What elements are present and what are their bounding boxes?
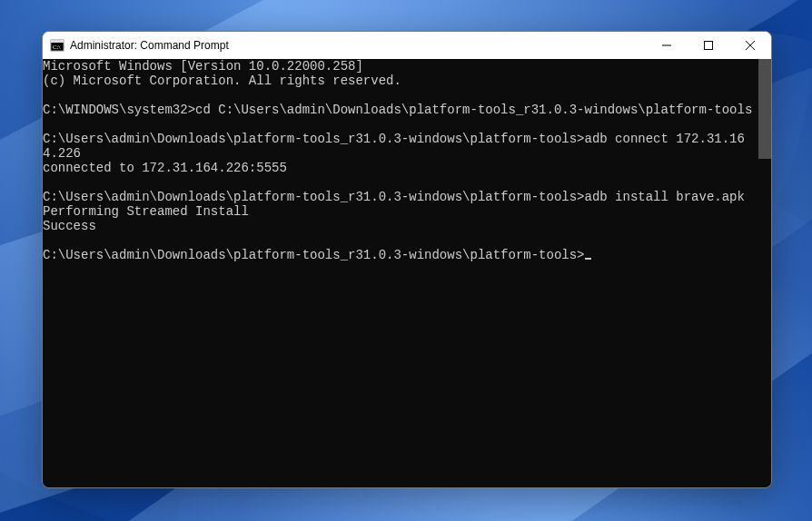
minimize-button[interactable]	[646, 32, 688, 59]
terminal-line: connected to 172.31.164.226:5555	[43, 161, 758, 175]
terminal-line: Performing Streamed Install	[43, 204, 758, 219]
window-controls	[646, 32, 771, 59]
terminal-line: (c) Microsoft Corporation. All rights re…	[43, 74, 758, 88]
terminal-line: C:\Users\admin\Downloads\platform-tools_…	[43, 190, 758, 204]
terminal-line	[43, 88, 758, 103]
close-button[interactable]	[729, 32, 771, 59]
titlebar[interactable]: C:\ Administrator: Command Prompt	[43, 32, 771, 59]
terminal-line: C:\Users\admin\Downloads\platform-tools_…	[43, 132, 758, 161]
scrollbar[interactable]	[758, 59, 771, 487]
command-prompt-window: C:\ Administrator: Command Prompt Micros…	[42, 31, 772, 488]
close-icon	[746, 41, 755, 50]
cursor	[585, 258, 591, 260]
window-title: Administrator: Command Prompt	[70, 39, 646, 52]
terminal-line	[43, 117, 758, 132]
terminal-line	[43, 175, 758, 190]
terminal-line: Success	[43, 219, 758, 233]
scrollbar-thumb[interactable]	[758, 59, 771, 159]
svg-rect-4	[705, 42, 713, 50]
terminal-line: C:\Users\admin\Downloads\platform-tools_…	[43, 248, 758, 262]
maximize-icon	[704, 41, 713, 50]
svg-text:C:\: C:\	[53, 44, 61, 51]
terminal-line	[43, 233, 758, 248]
svg-rect-1	[51, 40, 64, 43]
cmd-icon: C:\	[50, 38, 64, 53]
terminal-area: Microsoft Windows [Version 10.0.22000.25…	[43, 59, 771, 487]
terminal-line: C:\WINDOWS\system32>cd C:\Users\admin\Do…	[43, 103, 758, 117]
terminal-output[interactable]: Microsoft Windows [Version 10.0.22000.25…	[43, 59, 758, 487]
terminal-line: Microsoft Windows [Version 10.0.22000.25…	[43, 59, 758, 74]
minimize-icon	[662, 41, 671, 50]
maximize-button[interactable]	[688, 32, 729, 59]
